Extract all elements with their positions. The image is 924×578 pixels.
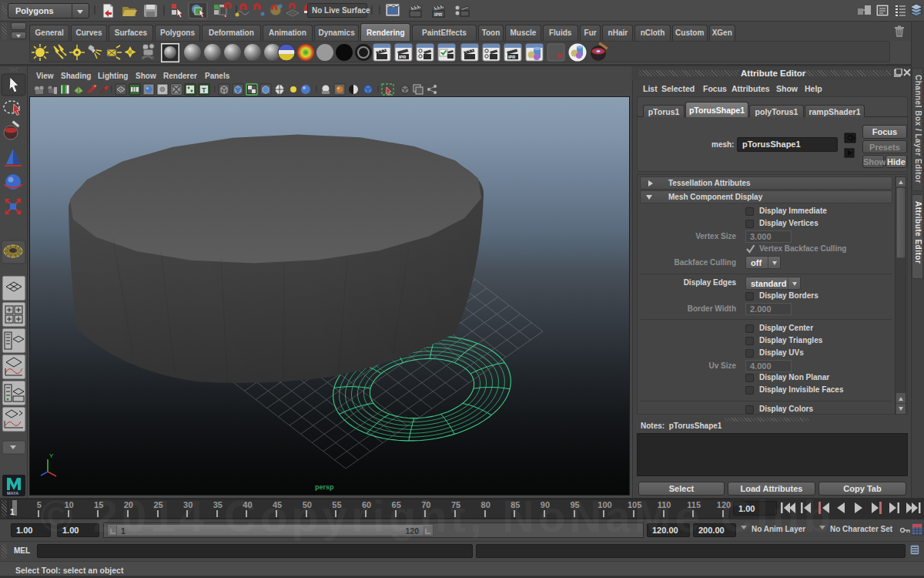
svg-text:T: T — [202, 86, 206, 94]
svg-text:IPR: IPR — [434, 12, 443, 17]
svg-text:IPR: IPR — [399, 55, 406, 59]
svg-text:IPR: IPR — [508, 55, 515, 59]
svg-text:MAYA: MAYA — [7, 491, 18, 496]
svg-text:Y: Y — [49, 452, 54, 459]
